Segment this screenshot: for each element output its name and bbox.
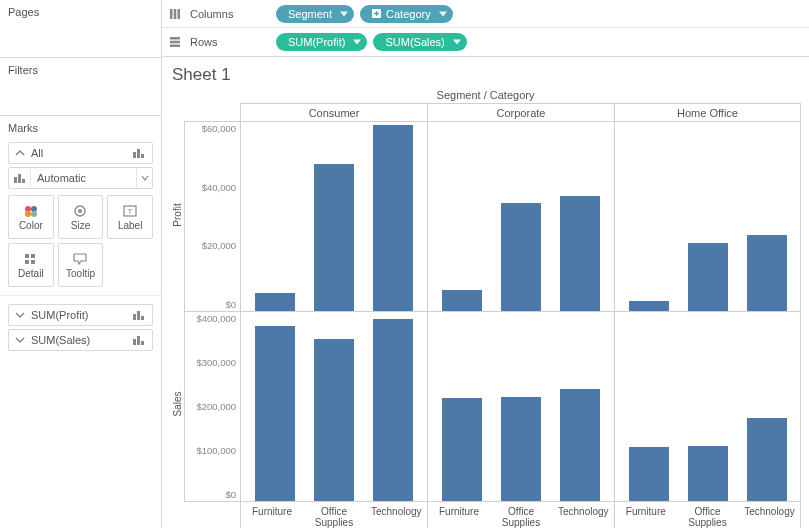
pages-card[interactable]: Pages [0, 0, 161, 58]
segment-consumer[interactable]: Consumer [240, 103, 427, 121]
chart-panel[interactable] [240, 312, 427, 501]
bar[interactable] [688, 446, 728, 501]
marks-all-row[interactable]: All [8, 142, 153, 164]
bar[interactable] [255, 293, 295, 311]
bar[interactable] [501, 397, 541, 501]
bar[interactable] [442, 290, 482, 311]
bars-icon [132, 147, 146, 159]
bars-icon [132, 309, 146, 321]
bar[interactable] [747, 235, 787, 311]
bar[interactable] [629, 301, 669, 312]
pill-sum-profit[interactable]: SUM(Profit) [276, 33, 367, 51]
x-label[interactable]: Furniture [434, 506, 484, 528]
bar[interactable] [501, 203, 541, 311]
x-label[interactable]: Office Supplies [496, 506, 546, 528]
axis-tick: $400,000 [185, 314, 236, 324]
axis-tick: $20,000 [185, 241, 236, 251]
svg-rect-18 [133, 314, 136, 320]
chart-panel[interactable] [614, 122, 801, 311]
dropdown-arrow-icon [353, 40, 361, 45]
dropdown-arrow-icon [439, 11, 447, 16]
svg-rect-20 [141, 316, 144, 320]
plot-rows: $60,000$40,000$20,000$0 $400,000$300,000… [184, 121, 801, 501]
axis-tick: $0 [185, 300, 236, 310]
bars-icon [132, 334, 146, 346]
filters-card[interactable]: Filters [0, 58, 161, 116]
bar[interactable] [747, 418, 787, 501]
rows-pills: SUM(Profit) SUM(Sales) [276, 33, 467, 51]
bar[interactable] [560, 389, 600, 501]
columns-shelf[interactable]: Columns Segment Category [162, 0, 809, 28]
svg-rect-2 [141, 154, 144, 158]
svg-rect-30 [170, 45, 180, 48]
marktype-label: Automatic [31, 172, 136, 184]
bar[interactable] [314, 339, 354, 501]
sheet-title[interactable]: Sheet 1 [172, 65, 801, 85]
rows-shelf[interactable]: Rows SUM(Profit) SUM(Sales) [162, 28, 809, 56]
bar[interactable] [373, 125, 413, 311]
marks-measure-profit[interactable]: SUM(Profit) [8, 304, 153, 326]
segment-corporate[interactable]: Corporate [427, 103, 614, 121]
x-label[interactable]: Furniture [621, 506, 671, 528]
tooltip-label: Tooltip [66, 268, 95, 279]
y-axis-titles: Profit Sales [170, 103, 184, 528]
measure-label: SUM(Sales) [31, 334, 132, 346]
sales-axis: $400,000$300,000$200,000$100,000$0 [184, 312, 240, 501]
bar[interactable] [255, 326, 295, 502]
bar[interactable] [314, 164, 354, 311]
chart-panel[interactable] [427, 312, 614, 501]
chevron-up-icon [15, 148, 25, 158]
color-label: Color [19, 220, 43, 231]
chart-main: Consumer Corporate Home Office $60,000$4… [184, 103, 801, 528]
color-button[interactable]: Color [8, 195, 54, 239]
svg-rect-16 [25, 260, 29, 264]
x-label[interactable]: Office Supplies [682, 506, 732, 528]
svg-rect-26 [178, 9, 181, 19]
bar[interactable] [688, 243, 728, 311]
pill-label: Category [386, 8, 431, 20]
tooltip-button[interactable]: Tooltip [58, 243, 104, 287]
svg-rect-24 [170, 9, 173, 19]
x-label[interactable]: Technology [558, 506, 608, 528]
empty-cell [107, 243, 153, 287]
marks-grid: Color Size T Label Detail [8, 195, 153, 287]
axis-tick: $40,000 [185, 183, 236, 193]
svg-rect-17 [31, 260, 35, 264]
axis-tick: $0 [185, 490, 236, 500]
chart-panel[interactable] [427, 122, 614, 311]
bar[interactable] [373, 319, 413, 501]
size-label: Size [71, 220, 90, 231]
pill-category[interactable]: Category [360, 5, 453, 23]
label-button[interactable]: T Label [107, 195, 153, 239]
y-axis-sales-label: Sales [172, 391, 183, 416]
size-button[interactable]: Size [58, 195, 104, 239]
bar[interactable] [629, 447, 669, 501]
svg-rect-29 [170, 41, 180, 44]
chart-panel[interactable] [240, 122, 427, 311]
chart-panel[interactable] [614, 312, 801, 501]
x-group: FurnitureOffice SuppliesTechnology [427, 502, 614, 528]
segment-home-office[interactable]: Home Office [614, 103, 801, 121]
measure-label: SUM(Profit) [31, 309, 132, 321]
svg-rect-21 [133, 339, 136, 345]
bar[interactable] [560, 196, 600, 312]
pill-sum-sales[interactable]: SUM(Sales) [373, 33, 466, 51]
svg-point-8 [25, 211, 31, 217]
columns-label: Columns [190, 8, 268, 20]
x-label[interactable]: Furniture [247, 506, 297, 528]
x-label[interactable]: Technology [371, 506, 421, 528]
svg-rect-3 [14, 177, 17, 183]
pages-title: Pages [8, 6, 153, 20]
detail-button[interactable]: Detail [8, 243, 54, 287]
svg-rect-23 [141, 341, 144, 345]
svg-rect-0 [133, 152, 136, 158]
bar[interactable] [442, 398, 482, 501]
x-labels: FurnitureOffice SuppliesTechnologyFurnit… [184, 501, 801, 528]
x-label[interactable]: Technology [744, 506, 794, 528]
viz-area: Sheet 1 Segment / Category Profit Sales [162, 57, 809, 528]
pill-segment[interactable]: Segment [276, 5, 354, 23]
pill-label: Segment [288, 8, 332, 20]
marktype-select[interactable]: Automatic [8, 167, 153, 189]
x-label[interactable]: Office Supplies [309, 506, 359, 528]
marks-measure-sales[interactable]: SUM(Sales) [8, 329, 153, 351]
